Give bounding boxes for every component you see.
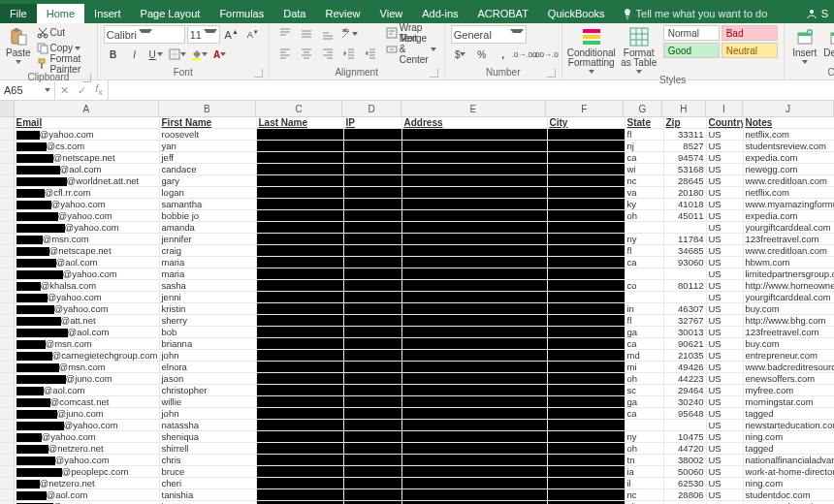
cell[interactable]: 45011 bbox=[663, 210, 706, 222]
cell-redacted[interactable] bbox=[547, 338, 625, 350]
cell[interactable]: 46307 bbox=[663, 303, 706, 315]
cell-redacted[interactable] bbox=[401, 129, 547, 141]
cell-redacted[interactable] bbox=[343, 245, 401, 257]
cell[interactable]: @yahoo.com bbox=[14, 455, 159, 466]
cell[interactable]: oh bbox=[625, 443, 663, 455]
cell[interactable]: 34685 bbox=[663, 245, 706, 257]
cell-redacted[interactable] bbox=[547, 234, 625, 245]
row-header[interactable] bbox=[0, 257, 14, 268]
cell-redacted[interactable] bbox=[256, 245, 343, 257]
cell-redacted[interactable] bbox=[256, 210, 343, 222]
style-normal[interactable]: Normal bbox=[663, 25, 720, 41]
row-header[interactable] bbox=[0, 362, 14, 373]
col-header-f[interactable]: F bbox=[546, 101, 624, 116]
cell-redacted[interactable] bbox=[401, 396, 547, 408]
row-header[interactable] bbox=[0, 373, 14, 385]
cell[interactable]: md bbox=[625, 350, 663, 362]
cell-redacted[interactable] bbox=[401, 385, 547, 396]
cell[interactable]: tanishia bbox=[159, 489, 256, 501]
cell[interactable]: www.creditloan.com bbox=[743, 245, 834, 257]
cell[interactable] bbox=[625, 420, 663, 431]
row-header[interactable] bbox=[0, 350, 14, 362]
cell[interactable]: US bbox=[706, 199, 743, 210]
cell-redacted[interactable] bbox=[547, 141, 625, 152]
cell[interactable]: @aol.com bbox=[14, 164, 159, 175]
format-painter-button[interactable]: Format Painter bbox=[35, 56, 91, 71]
cell[interactable] bbox=[663, 420, 706, 431]
cell-redacted[interactable] bbox=[547, 362, 625, 373]
cell[interactable]: mi bbox=[625, 362, 663, 373]
cell-redacted[interactable] bbox=[547, 350, 625, 362]
cell[interactable]: US bbox=[706, 327, 743, 338]
cell-redacted[interactable] bbox=[547, 303, 625, 315]
cell-redacted[interactable] bbox=[256, 234, 343, 245]
cell[interactable]: @yahoo.com bbox=[14, 199, 159, 210]
align-middle-button[interactable] bbox=[297, 25, 316, 43]
cell[interactable]: newstarteducation.com bbox=[743, 420, 834, 431]
cell[interactable]: va bbox=[625, 187, 663, 199]
cell[interactable]: netflix.com bbox=[743, 129, 834, 141]
cell-redacted[interactable] bbox=[343, 210, 401, 222]
cell[interactable]: candace bbox=[159, 164, 256, 175]
cell[interactable]: oh bbox=[625, 210, 663, 222]
cell[interactable]: 30013 bbox=[663, 327, 706, 338]
cell-redacted[interactable] bbox=[401, 164, 547, 175]
dialog-launcher-icon[interactable] bbox=[82, 74, 91, 82]
increase-font-button[interactable]: A▲ bbox=[222, 26, 241, 44]
cell[interactable]: US bbox=[706, 420, 743, 431]
cell-redacted[interactable] bbox=[401, 362, 547, 373]
cell[interactable]: US bbox=[706, 501, 743, 505]
cell[interactable]: @juno.com bbox=[14, 408, 159, 420]
cell[interactable]: US bbox=[706, 489, 743, 501]
cell[interactable]: buy.com bbox=[743, 303, 834, 315]
cell[interactable]: 44223 bbox=[663, 373, 706, 385]
cell-redacted[interactable] bbox=[256, 315, 343, 327]
tab-review[interactable]: Review bbox=[315, 4, 369, 23]
align-right-button[interactable] bbox=[318, 45, 337, 62]
cell[interactable]: studentsreview.com bbox=[743, 141, 834, 152]
cell-redacted[interactable] bbox=[547, 501, 625, 505]
row-header[interactable] bbox=[0, 164, 14, 175]
cell[interactable]: bruce bbox=[159, 466, 256, 478]
cell[interactable]: renterscashservice.com bbox=[743, 501, 834, 505]
cell[interactable]: sc bbox=[625, 385, 663, 396]
cell[interactable]: US bbox=[706, 408, 743, 420]
row-header[interactable] bbox=[0, 408, 14, 420]
cell[interactable]: morningstar.com bbox=[743, 396, 834, 408]
col-header-g[interactable]: G bbox=[624, 101, 662, 116]
col-header-i[interactable]: I bbox=[706, 101, 744, 116]
cell-redacted[interactable] bbox=[343, 268, 401, 280]
cell-redacted[interactable] bbox=[343, 141, 401, 152]
cell[interactable]: jenni bbox=[159, 292, 256, 303]
cell-redacted[interactable] bbox=[401, 338, 547, 350]
row-header[interactable] bbox=[0, 327, 14, 338]
cell-redacted[interactable] bbox=[401, 455, 547, 466]
cell[interactable]: 28806 bbox=[663, 489, 706, 501]
cell[interactable]: christopher bbox=[159, 385, 256, 396]
row-header[interactable] bbox=[0, 280, 14, 292]
cell-redacted[interactable] bbox=[343, 175, 401, 187]
cell[interactable]: jason bbox=[159, 501, 256, 505]
percent-button[interactable]: % bbox=[472, 46, 492, 63]
accounting-format-button[interactable]: $ bbox=[451, 46, 470, 63]
cell-redacted[interactable] bbox=[343, 455, 401, 466]
row-header[interactable] bbox=[0, 338, 14, 350]
enter-formula-button[interactable]: ✓ bbox=[73, 84, 90, 97]
cell[interactable]: 50060 bbox=[663, 466, 706, 478]
dialog-launcher-icon[interactable] bbox=[547, 69, 556, 78]
cell-redacted[interactable] bbox=[547, 408, 625, 420]
cell[interactable]: oh bbox=[625, 373, 663, 385]
cell-styles-gallery[interactable]: Normal Bad Good Neutral bbox=[663, 25, 778, 58]
cell[interactable]: ky bbox=[625, 199, 663, 210]
cell[interactable]: @comcast.net bbox=[14, 396, 159, 408]
cell-redacted[interactable] bbox=[343, 234, 401, 245]
cell-redacted[interactable] bbox=[256, 222, 343, 234]
cell-redacted[interactable] bbox=[401, 303, 547, 315]
cell-redacted[interactable] bbox=[256, 164, 343, 175]
cell[interactable]: ok bbox=[625, 501, 663, 505]
cell-redacted[interactable] bbox=[401, 280, 547, 292]
column-title[interactable]: Email bbox=[14, 117, 159, 129]
cell[interactable]: ia bbox=[625, 466, 663, 478]
cell[interactable]: fl bbox=[625, 129, 663, 141]
cell[interactable] bbox=[663, 268, 706, 280]
